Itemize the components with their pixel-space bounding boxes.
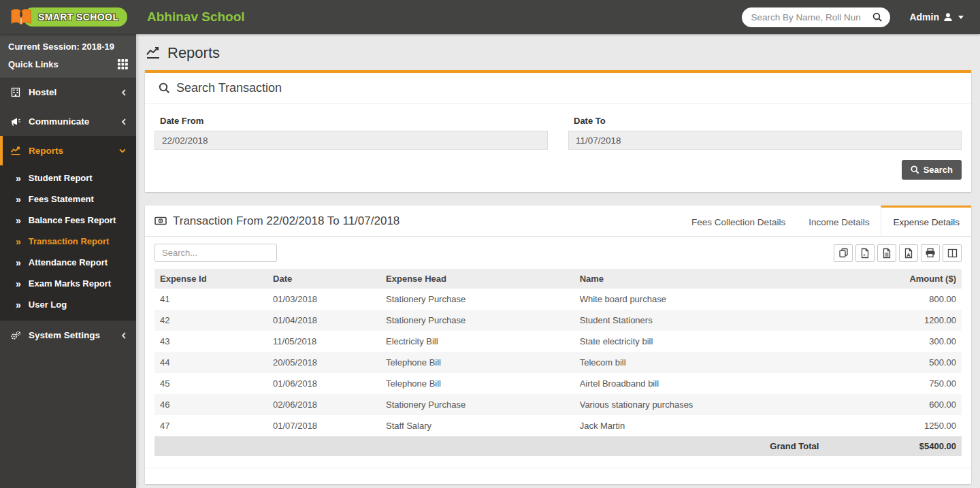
search-icon[interactable]	[872, 12, 883, 22]
cell: Stationery Purchase	[380, 394, 574, 415]
export-csv-button[interactable]	[877, 244, 896, 262]
quick-links[interactable]: Quick Links	[8, 59, 128, 69]
column-header-expense-head[interactable]: Expense Head	[380, 269, 574, 289]
date-to-input[interactable]	[568, 131, 962, 150]
quick-links-label: Quick Links	[8, 59, 59, 69]
date-to-label: Date To	[574, 116, 962, 126]
report-tabs: Fees Collection DetailsIncome DetailsExp…	[680, 206, 971, 236]
cell: Staff Salary	[380, 415, 574, 436]
sidebar-item-label: Balance Fees Report	[29, 215, 116, 225]
global-search	[742, 7, 890, 27]
sidebar-item-attendance-report[interactable]: »Attendance Report	[0, 252, 136, 273]
date-from-input[interactable]	[154, 131, 548, 150]
tab-expense-details[interactable]: Expense Details	[881, 206, 971, 236]
search-icon	[911, 165, 919, 174]
transaction-panel-title-text: Transaction From 22/02/2018 To 11/07/201…	[173, 214, 399, 228]
gears-icon	[10, 331, 21, 340]
column-header-date[interactable]: Date	[267, 269, 380, 289]
sidebar-item-label: Hostel	[29, 87, 56, 97]
cell: Telephone Bill	[380, 352, 574, 373]
sidebar-item-exam-marks-report[interactable]: »Exam Marks Report	[0, 273, 136, 294]
session-block: Current Session: 2018-19 Quick Links	[0, 34, 136, 78]
copy-icon	[838, 248, 849, 258]
double-angle-icon: »	[16, 216, 21, 225]
chart-line-icon	[10, 146, 21, 156]
search-button-label: Search	[924, 165, 953, 175]
export-print-button[interactable]	[921, 244, 940, 262]
sidebar-item-label: Student Report	[29, 173, 93, 183]
search-transaction-header: Search Transaction	[145, 73, 971, 104]
cell: 800.00	[824, 289, 962, 310]
sidebar-item-student-report[interactable]: »Student Report	[0, 167, 136, 189]
export-excel-button[interactable]: x	[855, 244, 875, 262]
sidebar-item-user-log[interactable]: »User Log	[0, 294, 136, 315]
chart-line-icon	[146, 46, 161, 60]
cell: 43	[154, 331, 267, 352]
transaction-report-panel: Transaction From 22/02/2018 To 11/07/201…	[145, 206, 971, 484]
sidebar-item-balance-fees-report[interactable]: »Balance Fees Report	[0, 210, 136, 231]
cell: 46	[154, 394, 267, 415]
cell: 45	[154, 373, 267, 394]
table-search-input[interactable]	[154, 244, 277, 262]
cell: 750.00	[824, 373, 962, 394]
search-transaction-title: Search Transaction	[176, 81, 282, 95]
banknote-icon	[154, 216, 167, 226]
sidebar: Current Session: 2018-19 Quick Links Hos…	[0, 34, 136, 488]
pdf-icon: A	[904, 248, 913, 259]
column-header-name[interactable]: Name	[574, 269, 825, 289]
sidebar-item-label: Transaction Report	[29, 236, 109, 246]
cell: Jack Martin	[574, 415, 825, 436]
cell: 41	[154, 289, 267, 310]
sidebar-item-system-settings[interactable]: System Settings	[0, 321, 136, 350]
grand-total-row: Grand Total $5400.00	[154, 436, 962, 456]
tab-income-details[interactable]: Income Details	[797, 206, 881, 236]
columns-icon	[947, 248, 958, 258]
cell: 01/03/2018	[267, 289, 380, 310]
export-pdf-button[interactable]: A	[899, 244, 918, 262]
chevron-left-icon	[121, 118, 127, 126]
cell: Telecom bill	[574, 352, 825, 373]
csv-icon	[882, 248, 892, 259]
sidebar-item-label: Communicate	[29, 116, 89, 127]
excel-icon: x	[860, 248, 870, 259]
admin-menu[interactable]: Admin	[909, 12, 964, 22]
date-from-field: Date From	[154, 116, 548, 150]
cell: Stationery Purchase	[380, 289, 574, 310]
svg-text:x: x	[863, 252, 866, 257]
chevron-down-icon	[958, 16, 964, 19]
cell: White board purchase	[574, 289, 825, 310]
sidebar-item-reports[interactable]: Reports	[0, 136, 136, 165]
search-icon	[159, 82, 170, 94]
logo-text: SMART SCHOOL	[38, 12, 118, 22]
global-search-input[interactable]	[749, 12, 872, 23]
sidebar-item-transaction-report[interactable]: »Transaction Report	[0, 231, 136, 252]
page-title-text: Reports	[167, 44, 220, 62]
admin-label: Admin	[909, 12, 939, 22]
cell: Student Stationers	[574, 310, 825, 331]
cell: 01/07/2018	[267, 415, 380, 436]
svg-text:A: A	[906, 251, 911, 257]
app-logo[interactable]: SMART SCHOOL	[0, 0, 136, 34]
sidebar-item-communicate[interactable]: Communicate	[0, 107, 136, 136]
tab-fees-collection-details[interactable]: Fees Collection Details	[680, 206, 797, 236]
search-button[interactable]: Search	[902, 160, 962, 180]
cell: Telephone Bill	[380, 373, 574, 394]
cell: Stationery Purchase	[380, 310, 574, 331]
export-buttons: xA	[834, 244, 962, 262]
sidebar-item-hostel[interactable]: Hostel	[0, 78, 136, 107]
column-header-amount-[interactable]: Amount ($)	[824, 269, 962, 289]
app-header: SMART SCHOOL Abhinav School Admin	[0, 0, 980, 34]
export-columns-button[interactable]	[943, 244, 962, 262]
export-copy-button[interactable]	[834, 244, 853, 262]
grid-icon[interactable]	[118, 59, 128, 69]
sidebar-item-fees-statement[interactable]: »Fees Statement	[0, 189, 136, 210]
current-session-label: Current Session: 2018-19	[8, 42, 128, 52]
chevron-left-icon	[121, 88, 127, 97]
cell: 02/06/2018	[267, 394, 380, 415]
cell: Airtel Broadband bill	[574, 373, 825, 394]
user-icon	[943, 12, 953, 22]
print-icon	[925, 248, 936, 258]
column-header-expense-id[interactable]: Expense Id	[154, 269, 267, 289]
double-angle-icon: »	[16, 300, 21, 310]
cell: 47	[154, 415, 267, 436]
